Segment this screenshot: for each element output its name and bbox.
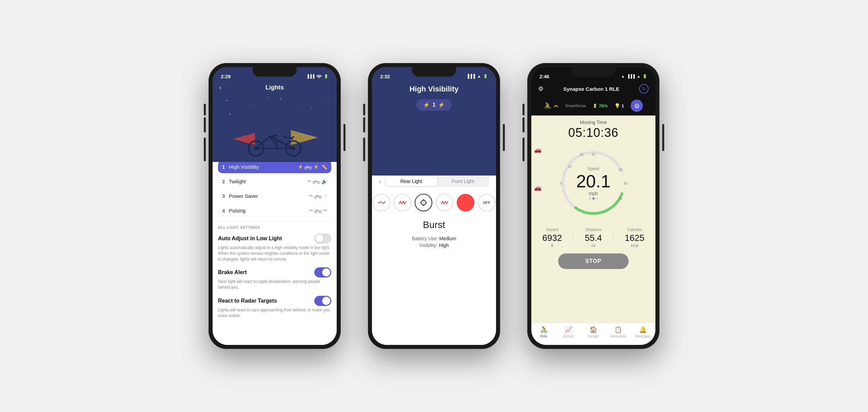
app-header: ⚙ Synapse Carbon 1 RLE ↻ xyxy=(531,82,655,97)
distance-label: Distance xyxy=(585,227,602,232)
visibility-label: Visibility: xyxy=(419,243,438,248)
mode-row-1[interactable]: 1 High Visibility ⚡ ⚡ ✏️ xyxy=(218,161,331,173)
silent-switch[interactable] xyxy=(204,104,206,116)
mode-circle-off[interactable]: OFF xyxy=(478,194,495,211)
signal-waves xyxy=(553,103,559,108)
battery-stat: 🔋 78% xyxy=(593,103,608,108)
battery-pct: 78% xyxy=(599,103,608,108)
power-btn[interactable] xyxy=(343,124,346,151)
mode-row-2[interactable]: 2 Twilight 〜 🔊 xyxy=(218,175,331,188)
nav-item-garage[interactable]: 🏠 Garage xyxy=(581,326,606,338)
resources-icon: 📋 xyxy=(614,326,622,333)
speed-label-inner: Speed 20.1 mph xyxy=(576,166,610,200)
gear-icon[interactable]: ⚙ xyxy=(538,85,544,92)
tab-front-light[interactable]: Front Light xyxy=(437,176,489,186)
device-name: Synapse Carbon 1 RLE xyxy=(563,86,619,92)
toggle-knob-3 xyxy=(322,297,330,305)
nav-item-resources[interactable]: 📋 Resources xyxy=(606,326,631,338)
dot-1 xyxy=(589,198,591,200)
time-2: 2:32 xyxy=(380,74,390,79)
vol-up-btn[interactable] xyxy=(204,117,206,132)
phone-high-visibility: 2:32 ▐▐▐ ▲ 🔋 High Visibility ⚡ 1 ⚡ xyxy=(368,63,500,349)
back-button[interactable]: ‹ xyxy=(219,84,221,91)
lights-nav: ‹ Lights xyxy=(213,82,337,93)
mode-circle-mountain[interactable] xyxy=(394,194,411,211)
location-icon: ▲ xyxy=(621,74,625,78)
light-stat: 💡 1 xyxy=(614,103,624,108)
silent-switch-2[interactable] xyxy=(363,104,365,116)
hv-badge: ⚡ 1 ⚡ xyxy=(416,99,452,111)
svg-text:60: 60 xyxy=(618,197,623,201)
mode-num-4: 4 xyxy=(222,208,229,213)
vol-down-btn-3[interactable] xyxy=(522,138,525,161)
mode-num-2: 2 xyxy=(222,179,229,184)
power-btn-3[interactable] xyxy=(662,124,664,151)
hv-body: ‹ Rear Light Front Light xyxy=(372,169,496,345)
battery-bar-icon: 🔋 xyxy=(593,104,597,108)
sound-icon-2: 🔊 xyxy=(321,179,327,184)
silent-switch-3[interactable] xyxy=(522,104,525,116)
hv-nav-row: ‹ Rear Light Front Light xyxy=(379,176,489,187)
resources-label: Resources xyxy=(610,334,626,338)
ride-label: Ride xyxy=(540,334,547,338)
mode-row-4[interactable]: 4 Pulsing 〜 〜 xyxy=(218,204,331,217)
activity-label: Activity xyxy=(563,334,574,338)
toggle-brake-alert[interactable] xyxy=(314,267,331,277)
svg-text:30: 30 xyxy=(591,153,595,157)
calories-label: Calories xyxy=(625,227,645,232)
wave-icon-4a: 〜 xyxy=(309,208,313,213)
signal-icon-2: ▐▐▐ xyxy=(467,74,475,79)
refresh-icon[interactable]: ↻ xyxy=(639,84,649,94)
svg-text:40: 40 xyxy=(618,168,623,172)
setting-brake-alert: Brake Alert Rear light will react to rap… xyxy=(218,267,331,290)
toggle-react-radar[interactable] xyxy=(314,296,331,306)
stop-button[interactable]: STOP xyxy=(558,253,628,269)
stat-ascent: Ascent 6932 ft xyxy=(542,227,562,248)
visibility-row: Visibility: High xyxy=(419,243,449,248)
mode-name-4: Pulsing xyxy=(229,208,309,213)
mode-row-3[interactable]: 3 Power Saver 〜 〰 xyxy=(218,190,331,202)
divider-stats-2 xyxy=(613,229,613,246)
ascent-value: 6932 xyxy=(542,233,562,243)
wifi-icon xyxy=(316,74,322,79)
mode-icons-3: 〜 〰 xyxy=(309,193,327,199)
nav-item-messages[interactable]: 🔔 Messages xyxy=(631,326,655,338)
mode-circle-wave[interactable] xyxy=(373,194,390,211)
toggle-knob-1 xyxy=(315,234,323,243)
mode-circle-burst[interactable] xyxy=(415,194,432,211)
bike-icon-4 xyxy=(314,208,322,213)
wave-icon-2: 〜 xyxy=(307,179,311,184)
svg-text:20: 20 xyxy=(579,153,584,157)
toggle-knob-2 xyxy=(322,268,330,276)
setting-desc-3: Lights will react to cars approaching fr… xyxy=(218,307,331,319)
star xyxy=(267,97,268,97)
edit-icon-1[interactable]: ✏️ xyxy=(321,164,327,170)
power-button[interactable]: ⏻ xyxy=(631,100,643,112)
ride-icon: 🚴 xyxy=(540,326,548,333)
setting-auto-adjust: Auto Adjust in Low Light Lights automati… xyxy=(218,233,331,262)
status-icons-2: ▐▐▐ ▲ 🔋 xyxy=(467,74,488,79)
toggle-auto-adjust[interactable] xyxy=(314,233,331,244)
tab-rear-light[interactable]: Rear Light xyxy=(386,176,437,186)
setting-title-1: Auto Adjust in Low Light xyxy=(218,235,282,242)
vol-down-btn[interactable] xyxy=(204,138,206,161)
ascent-label: Ascent xyxy=(542,227,562,232)
svg-text:50: 50 xyxy=(624,182,628,185)
hv-back-button[interactable]: ‹ xyxy=(379,178,381,185)
star xyxy=(311,108,312,109)
dot-3 xyxy=(596,198,598,200)
mode-circle-dot[interactable] xyxy=(457,194,474,211)
mode-num-1: 1 xyxy=(222,164,229,170)
time-1: 2:29 xyxy=(221,74,231,79)
vol-up-btn-3[interactable] xyxy=(522,117,525,132)
nav-item-activity[interactable]: 📈 Activity xyxy=(556,326,581,338)
vol-up-btn-2[interactable] xyxy=(363,117,365,132)
vol-down-btn-2[interactable] xyxy=(363,138,365,161)
dot-2 xyxy=(592,198,594,200)
mode-circle-mountain2[interactable] xyxy=(436,194,453,211)
speed-value: 20.1 xyxy=(576,172,610,190)
speed-dots xyxy=(576,198,610,200)
svg-text:10: 10 xyxy=(568,165,572,168)
nav-item-ride[interactable]: 🚴 Ride xyxy=(531,326,556,338)
power-btn-2[interactable] xyxy=(503,124,505,151)
